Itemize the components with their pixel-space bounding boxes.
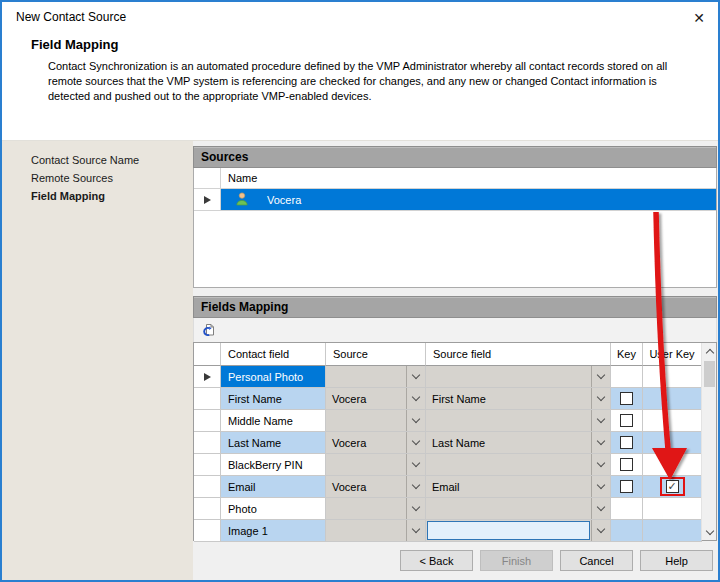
close-icon[interactable]: ✕: [688, 7, 710, 29]
source-column-header: Source: [326, 343, 426, 366]
source-field-dropdown[interactable]: [426, 366, 611, 388]
vertical-scrollbar[interactable]: [701, 343, 716, 540]
chevron-down-icon[interactable]: [591, 476, 610, 497]
key-checkbox[interactable]: [620, 414, 633, 427]
source-field-dropdown[interactable]: [426, 410, 611, 432]
source-field-value[interactable]: First Name: [426, 388, 591, 409]
contact-field-cell[interactable]: Email: [221, 476, 326, 498]
contact-field-cell[interactable]: Personal Photo: [221, 366, 326, 388]
sidebar-item-contact-source-name[interactable]: Contact Source Name: [31, 154, 193, 166]
back-button[interactable]: < Back: [400, 550, 473, 571]
scroll-up-icon[interactable]: [702, 343, 717, 359]
contact-field-cell[interactable]: Photo: [221, 498, 326, 520]
source-field-value[interactable]: [426, 366, 591, 387]
key-checkbox[interactable]: [620, 480, 633, 493]
source-field-dropdown[interactable]: [426, 520, 611, 542]
key-checkbox[interactable]: [620, 436, 633, 449]
key-cell[interactable]: [611, 454, 643, 476]
source-value[interactable]: Vocera: [326, 388, 406, 409]
source-value[interactable]: Vocera: [326, 476, 406, 497]
user-key-cell[interactable]: ✓: [643, 476, 702, 498]
key-cell[interactable]: [611, 432, 643, 454]
user-key-cell: [643, 366, 702, 388]
source-value[interactable]: [326, 498, 406, 519]
source-field-value[interactable]: Last Name: [426, 432, 591, 453]
key-checkbox[interactable]: [620, 392, 633, 405]
chevron-down-icon[interactable]: [591, 498, 610, 519]
cancel-button[interactable]: Cancel: [560, 550, 633, 571]
source-field-value[interactable]: [426, 454, 591, 475]
footer-buttons: < BackFinishCancelHelp: [400, 550, 713, 571]
source-value[interactable]: [326, 454, 406, 475]
source-field-value[interactable]: Email: [426, 476, 591, 497]
key-cell[interactable]: [611, 388, 643, 410]
source-name-cell[interactable]: Vocera: [221, 189, 716, 210]
source-field-value[interactable]: [427, 521, 590, 540]
contact-field-cell[interactable]: Middle Name: [221, 410, 326, 432]
source-field-dropdown[interactable]: Last Name: [426, 432, 611, 454]
source-value[interactable]: [326, 520, 406, 541]
chevron-down-icon[interactable]: [406, 388, 425, 409]
key-cell[interactable]: [611, 410, 643, 432]
chevron-down-icon[interactable]: [591, 432, 610, 453]
chevron-down-icon[interactable]: [406, 476, 425, 497]
sidebar-item-remote-sources[interactable]: Remote Sources: [31, 172, 193, 184]
key-cell[interactable]: [611, 476, 643, 498]
person-icon: [235, 192, 249, 208]
source-field-dropdown[interactable]: First Name: [426, 388, 611, 410]
sync-contacts-icon[interactable]: [198, 320, 218, 340]
key-checkbox[interactable]: [620, 458, 633, 471]
source-dropdown[interactable]: [326, 520, 426, 542]
source-dropdown[interactable]: [326, 498, 426, 520]
row-selector[interactable]: [194, 432, 221, 454]
source-value[interactable]: Vocera: [326, 432, 406, 453]
fields-row-last-name: Last NameVoceraLast Name: [194, 432, 716, 454]
chevron-down-icon[interactable]: [591, 388, 610, 409]
contact-field-cell[interactable]: Image 1: [221, 520, 326, 542]
sources-panel-header: Sources: [193, 146, 717, 168]
row-selector[interactable]: [194, 454, 221, 476]
chevron-down-icon[interactable]: [406, 520, 425, 541]
source-dropdown[interactable]: Vocera: [326, 388, 426, 410]
chevron-down-icon[interactable]: [591, 366, 610, 387]
row-selector[interactable]: [194, 366, 221, 388]
finish-button[interactable]: Finish: [480, 550, 553, 571]
scroll-down-icon[interactable]: [702, 524, 717, 540]
source-field-value[interactable]: [426, 498, 591, 519]
row-selector[interactable]: [194, 520, 221, 542]
sidebar-item-field-mapping[interactable]: Field Mapping: [31, 190, 193, 202]
scrollbar-thumb[interactable]: [704, 361, 715, 387]
source-dropdown[interactable]: [326, 366, 426, 388]
source-field-dropdown[interactable]: [426, 498, 611, 520]
contact-field-cell[interactable]: Last Name: [221, 432, 326, 454]
help-button[interactable]: Help: [640, 550, 713, 571]
row-selector[interactable]: [194, 410, 221, 432]
source-value[interactable]: [326, 366, 406, 387]
sources-row-vocera[interactable]: Vocera: [194, 189, 716, 211]
user-key-checkbox[interactable]: ✓: [666, 480, 679, 493]
chevron-down-icon[interactable]: [406, 432, 425, 453]
chevron-down-icon[interactable]: [591, 454, 610, 475]
source-field-value[interactable]: [426, 410, 591, 431]
chevron-down-icon[interactable]: [406, 410, 425, 431]
source-dropdown[interactable]: Vocera: [326, 476, 426, 498]
chevron-down-icon[interactable]: [591, 520, 610, 541]
sources-grid: Name Vocera: [193, 168, 717, 288]
row-selector[interactable]: [194, 498, 221, 520]
source-field-dropdown[interactable]: [426, 454, 611, 476]
source-dropdown[interactable]: Vocera: [326, 432, 426, 454]
source-field-dropdown[interactable]: Email: [426, 476, 611, 498]
row-selector[interactable]: [194, 189, 221, 210]
source-value[interactable]: [326, 410, 406, 431]
chevron-down-icon[interactable]: [406, 498, 425, 519]
chevron-down-icon[interactable]: [591, 410, 610, 431]
row-selector[interactable]: [194, 476, 221, 498]
row-selector[interactable]: [194, 388, 221, 410]
source-dropdown[interactable]: [326, 410, 426, 432]
contact-field-cell[interactable]: BlackBerry PIN: [221, 454, 326, 476]
chevron-down-icon[interactable]: [406, 454, 425, 475]
contact-field-cell[interactable]: First Name: [221, 388, 326, 410]
source-dropdown[interactable]: [326, 454, 426, 476]
fields-mapping-panel: Fields Mapping Cont: [193, 296, 717, 541]
chevron-down-icon[interactable]: [406, 366, 425, 387]
